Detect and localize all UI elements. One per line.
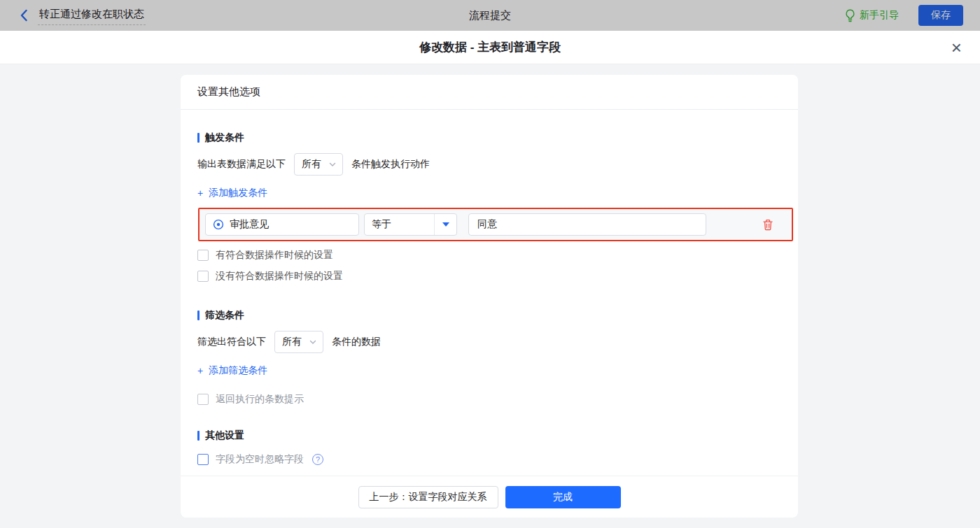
trigger-condition-row: 等于 [198,208,793,241]
checkbox-label: 返回执行的条数提示 [216,393,304,406]
checkbox-return-count[interactable] [197,394,209,405]
previous-step-button[interactable]: 上一步：设置字段对应关系 [358,486,498,508]
card-header-title: 设置其他选项 [181,75,798,110]
condition-operator-value: 等于 [365,218,434,231]
condition-operator-select[interactable]: 等于 [364,213,457,236]
checkbox-no-matching-data[interactable] [197,271,209,282]
trash-icon [762,219,774,231]
filter-match-select[interactable]: 所有 [274,331,323,353]
help-icon[interactable]: ? [312,454,323,465]
filter-match-select-value: 所有 [282,336,302,348]
top-bar: 转正通过修改在职状态 流程提交 新手引导 保存 [0,0,980,31]
section-filter-conditions: 筛选条件 [197,308,781,322]
add-filter-condition-label: 添加筛选条件 [209,364,267,377]
modal-body: 设置其他选项 触发条件 输出表数据满足以下 所有 条件触发执行动作 [0,64,980,527]
section-title-label: 其他设置 [205,429,244,442]
back-chevron-icon [20,9,28,22]
checkbox-row-no-matching-data: 没有符合数据操作时候的设置 [197,269,781,283]
filter-match-row: 筛选出符合以下 所有 条件的数据 [197,331,781,353]
section-trigger-conditions: 触发条件 [197,131,781,145]
trigger-match-row: 输出表数据满足以下 所有 条件触发执行动作 [197,153,781,176]
checkbox-ignore-empty-field[interactable] [197,454,209,465]
trigger-row-suffix: 条件触发执行动作 [351,158,430,171]
card-body: 触发条件 输出表数据满足以下 所有 条件触发执行动作 + 添加触发条件 [181,110,798,476]
section-title-label: 筛选条件 [205,309,244,322]
add-filter-condition-link[interactable]: + 添加筛选条件 [197,364,267,377]
page-center-title: 流程提交 [469,9,511,22]
filter-row-suffix: 条件的数据 [332,336,381,348]
section-accent-bar [197,431,200,441]
done-button[interactable]: 完成 [505,486,621,508]
modal-title: 修改数据 - 主表到普通字段 [419,39,561,55]
radio-field-type-icon [213,219,224,230]
trigger-match-select[interactable]: 所有 [294,153,343,176]
checkbox-row-has-matching-data: 有符合数据操作时候的设置 [197,248,781,262]
trigger-match-select-value: 所有 [302,158,321,171]
close-icon[interactable]: × [951,38,962,57]
card-footer: 上一步：设置字段对应关系 完成 [181,476,798,518]
lightbulb-icon [845,9,855,22]
trigger-row-prefix: 输出表数据满足以下 [197,158,286,171]
condition-field-input[interactable] [205,213,359,236]
options-card: 设置其他选项 触发条件 输出表数据满足以下 所有 条件触发执行动作 [181,75,798,518]
section-accent-bar [197,133,200,143]
checkbox-row-return-count: 返回执行的条数提示 [197,392,781,406]
section-other-settings: 其他设置 [197,429,781,443]
condition-value-input[interactable] [468,213,706,236]
beginner-guide-button[interactable]: 新手引导 [845,9,899,22]
back-button[interactable] [20,9,28,22]
plus-icon: + [197,187,203,199]
delete-condition-button[interactable] [762,219,774,231]
checkbox-label: 字段为空时忽略字段 [216,453,304,466]
section-accent-bar [197,311,200,320]
caret-down-icon [442,222,449,227]
plus-icon: + [197,365,203,376]
guide-label: 新手引导 [860,9,899,22]
chevron-down-icon [328,160,337,169]
checkbox-has-matching-data[interactable] [197,250,209,261]
add-trigger-condition-link[interactable]: + 添加触发条件 [197,187,267,199]
modal-header: 修改数据 - 主表到普通字段 × [0,31,980,64]
operator-caret-zone[interactable] [434,214,456,235]
section-title-label: 触发条件 [205,131,244,144]
flow-name-title[interactable]: 转正通过修改在职状态 [38,6,146,25]
save-button[interactable]: 保存 [918,5,963,26]
checkbox-label: 没有符合数据操作时候的设置 [216,270,343,283]
chevron-down-icon [309,338,317,346]
condition-field-value[interactable] [230,219,351,230]
checkbox-label: 有符合数据操作时候的设置 [216,249,333,262]
add-trigger-condition-label: 添加触发条件 [209,187,267,199]
checkbox-row-ignore-empty: 字段为空时忽略字段 ? [197,452,781,466]
filter-row-prefix: 筛选出符合以下 [197,336,266,348]
